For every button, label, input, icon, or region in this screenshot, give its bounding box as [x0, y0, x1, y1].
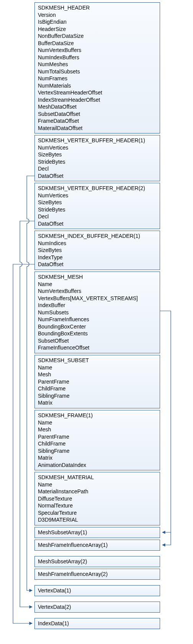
struct-field: Matrix	[38, 454, 157, 462]
struct-field: Version	[38, 11, 157, 19]
struct-field: NumVertices	[38, 144, 157, 151]
connector-mesh-to-meshsubsetarray1	[160, 311, 171, 532]
struct-field: VertexData(1)	[38, 587, 157, 594]
struct-field: MeshFrameInfluenceArray(2)	[38, 571, 157, 578]
struct-box-msa2: MeshSubsetArray(2)	[34, 556, 160, 567]
struct-box-mfia2: MeshFrameInfluenceArray(2)	[34, 569, 160, 580]
struct-field: NumVertexBuffers	[38, 288, 157, 295]
struct-box-vbh1: SDKMESH_VERTEX_BUFFER_HEADER(1)NumVertic…	[34, 135, 160, 181]
struct-field: VertexData(2)	[38, 603, 157, 611]
struct-field: SDKMESH_MESH	[38, 273, 157, 281]
struct-field: Name	[38, 364, 157, 371]
struct-box-frame1: SDKMESH_FRAME(1)NameMeshParentFrameChild…	[34, 410, 160, 470]
struct-field: NumVertices	[38, 192, 157, 199]
struct-field: IndexBuffer	[38, 302, 157, 309]
struct-field: NumTotalSubsets	[38, 68, 157, 75]
struct-field: NumFrameInfluences	[38, 316, 157, 323]
struct-field: SDKMESH_HEADER	[38, 4, 157, 11]
struct-field: MaterialInstancePath	[38, 488, 157, 495]
struct-field: StrideBytes	[38, 206, 157, 213]
struct-field: BoundingBoxExtents	[38, 330, 157, 337]
connector-mesh-to-meshframeinfluencearray1	[162, 532, 171, 545]
struct-field: MeshSubsetArray(2)	[38, 558, 157, 565]
struct-field: StrideBytes	[38, 158, 157, 166]
struct-field: IsBigEndian	[38, 18, 157, 26]
struct-field: Matrix	[38, 399, 157, 407]
struct-field: SubsetOffset	[38, 337, 157, 345]
struct-field: SDKMESH_VERTEX_BUFFER_HEADER(1)	[38, 137, 157, 144]
struct-field: MeshDataOffset	[38, 103, 157, 111]
struct-field: SDKMESH_SUBSET	[38, 357, 157, 364]
struct-field: SDKMESH_MATERIAL	[38, 474, 157, 481]
struct-field: IndexStreamHeaderOffset	[38, 96, 157, 104]
struct-field: Mesh	[38, 426, 157, 433]
struct-field: MaterailDataOffset	[38, 125, 157, 132]
struct-field: NumVertexBuffers	[38, 47, 157, 54]
struct-field: NumMaterials	[38, 82, 157, 89]
struct-field: Name	[38, 419, 157, 426]
struct-box-mesh: SDKMESH_MESHNameNumVertexBuffersVertexBu…	[34, 272, 160, 353]
struct-field: Mesh	[38, 371, 157, 378]
connector-ibh1-to-indexdata1	[13, 264, 34, 623]
struct-field: ChildFrame	[38, 385, 157, 392]
struct-field: SiblingFrame	[38, 447, 157, 455]
struct-field: BoundingBoxCenter	[38, 323, 157, 330]
struct-field: SiblingFrame	[38, 392, 157, 400]
struct-box-header: SDKMESH_HEADERVersionIsBigEndianHeaderSi…	[34, 2, 160, 133]
struct-field: NumMeshes	[38, 61, 157, 68]
struct-field: NumSubsets	[38, 309, 157, 316]
struct-field: Decl	[38, 213, 157, 220]
struct-box-id1: IndexData(1)	[34, 618, 160, 629]
struct-field: IndexType	[38, 254, 157, 261]
struct-box-vd2: VertexData(2)	[34, 602, 160, 613]
struct-field: BufferDataSize	[38, 40, 157, 47]
struct-field: FrameInfluenceOffset	[38, 344, 157, 351]
struct-field: SizeBytes	[38, 199, 157, 206]
struct-field: D3D9MATERIAL	[38, 516, 157, 524]
struct-field: NumFrames	[38, 75, 157, 82]
struct-box-material: SDKMESH_MATERIALNameMaterialInstancePath…	[34, 472, 160, 525]
struct-field: DataOffset	[38, 172, 157, 180]
struct-field: SDKMESH_FRAME(1)	[38, 412, 157, 419]
struct-box-subset: SDKMESH_SUBSETNameMeshParentFrameChildFr…	[34, 355, 160, 408]
struct-field: AnimationDataIndex	[38, 462, 157, 469]
struct-field: Name	[38, 481, 157, 488]
struct-field: SDKMESH_VERTEX_BUFFER_HEADER(2)	[38, 185, 157, 192]
struct-field: Decl	[38, 165, 157, 172]
connector-vbh2-to-vertexdata2	[20, 221, 34, 607]
struct-field: SDKMESH_INDEX_BUFFER_HEADER(1)	[38, 233, 157, 240]
struct-box-mfia1: MeshFrameInfluenceArray(1)	[34, 540, 160, 551]
struct-field: HeaderSize	[38, 26, 157, 33]
diagram-canvas: SDKMESH_HEADERVersionIsBigEndianHeaderSi…	[0, 0, 193, 644]
struct-field: VertexBuffers[MAX_VERTEX_STREAMS]	[38, 295, 157, 302]
struct-field: MeshSubsetArray(1)	[38, 529, 157, 536]
struct-field: ChildFrame	[38, 440, 157, 447]
struct-field: DiffuseTexture	[38, 495, 157, 503]
struct-field: DataOffset	[38, 220, 157, 228]
struct-field: IndexData(1)	[38, 620, 157, 627]
struct-field: NumIndices	[38, 240, 157, 247]
struct-field: ParentFrame	[38, 378, 157, 385]
connector-vbh1-to-vertexdata1	[27, 176, 34, 590]
struct-field: Name	[38, 281, 157, 288]
struct-field: SizeBytes	[38, 151, 157, 158]
struct-field: NumIndexBuffers	[38, 54, 157, 61]
struct-field: VertexStreamHeaderOffset	[38, 89, 157, 96]
struct-field: DataOffset	[38, 261, 157, 268]
struct-field: SubsetDataOffset	[38, 111, 157, 118]
struct-box-ibh1: SDKMESH_INDEX_BUFFER_HEADER(1)NumIndices…	[34, 231, 160, 270]
struct-field: MeshFrameInfluenceArray(1)	[38, 542, 157, 549]
struct-field: ParentFrame	[38, 433, 157, 441]
struct-box-vbh2: SDKMESH_VERTEX_BUFFER_HEADER(2)NumVertic…	[34, 183, 160, 229]
struct-box-msa1: MeshSubsetArray(1)	[34, 527, 160, 538]
struct-box-vd1: VertexData(1)	[34, 585, 160, 596]
struct-field: NonBufferDataSize	[38, 33, 157, 40]
struct-field: SpecularTexture	[38, 509, 157, 517]
struct-field: SizeBytes	[38, 247, 157, 254]
struct-field: FrameDataOffset	[38, 117, 157, 125]
struct-field: NormalTexture	[38, 502, 157, 509]
